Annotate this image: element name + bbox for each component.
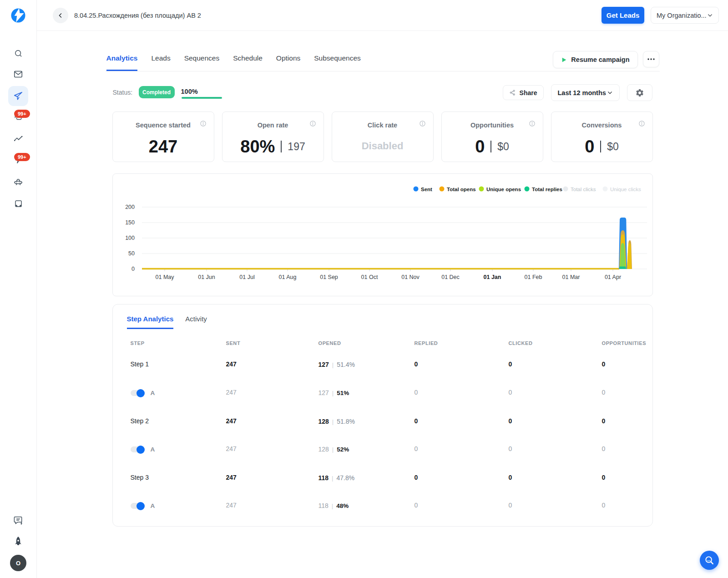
svg-text:01 Mar: 01 Mar [562,274,580,280]
svg-text:150: 150 [125,219,135,226]
svg-text:Total clicks: Total clicks [571,187,596,192]
svg-text:Total opens: Total opens [447,187,476,192]
svg-text:01 Feb: 01 Feb [524,274,542,280]
svg-text:01 Jan: 01 Jan [483,274,501,280]
svg-text:01 Aug: 01 Aug [278,274,296,280]
svg-text:100: 100 [125,235,135,241]
svg-text:50: 50 [128,250,135,257]
svg-text:Total replies: Total replies [532,187,562,192]
svg-text:Unique opens: Unique opens [486,187,521,192]
svg-text:0: 0 [131,266,135,272]
svg-text:01 Nov: 01 Nov [401,274,420,280]
svg-text:01 May: 01 May [155,274,174,280]
svg-text:01 Sep: 01 Sep [320,274,338,280]
svg-text:01 Apr: 01 Apr [604,274,621,280]
svg-text:01 Oct: 01 Oct [361,274,378,280]
svg-text:01 Jun: 01 Jun [198,274,215,280]
svg-text:01 Dec: 01 Dec [441,274,460,280]
svg-text:Sent: Sent [421,187,432,192]
svg-text:01 Jul: 01 Jul [239,274,254,280]
svg-text:Unique clicks: Unique clicks [610,187,641,192]
svg-text:200: 200 [125,204,135,210]
